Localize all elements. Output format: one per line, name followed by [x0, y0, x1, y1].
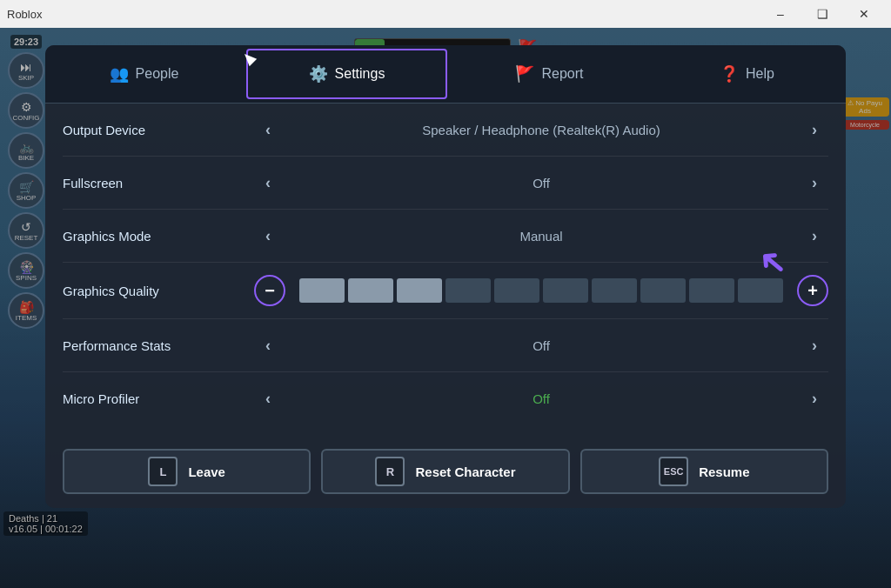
quality-seg-2: [348, 278, 393, 303]
graphics-quality-decrease[interactable]: −: [254, 275, 285, 306]
fullscreen-next[interactable]: ›: [801, 169, 828, 197]
graphics-mode-label: Graphics Mode: [63, 229, 254, 244]
tab-people[interactable]: 👥 People: [45, 45, 243, 103]
game-area: PROGRESS: 19% 🚩 29:23 ⏭ SKIP ⚙ CONFIG 🚲 …: [0, 28, 891, 588]
settings-modal: 👥 People ⚙️ Settings 🚩 Report ❓ Help: [45, 45, 846, 508]
reset-key-badge: R: [375, 457, 405, 486]
tab-settings[interactable]: ⚙️ Settings: [246, 49, 447, 99]
tabs-bar: 👥 People ⚙️ Settings 🚩 Report ❓ Help: [45, 45, 846, 104]
micro-profiler-label: Micro Profiler: [63, 391, 254, 406]
graphics-quality-label: Graphics Quality: [63, 284, 254, 298]
minimize-button[interactable]: –: [760, 0, 801, 28]
fullscreen-prev[interactable]: ‹: [254, 169, 282, 197]
performance-stats-next[interactable]: ›: [801, 331, 828, 359]
tab-report-label: Report: [541, 66, 583, 82]
help-icon: ❓: [720, 64, 739, 84]
titlebar: Roblox – ❑ ✕: [0, 0, 891, 28]
output-device-next[interactable]: ›: [801, 116, 828, 144]
graphics-mode-prev[interactable]: ‹: [254, 222, 282, 250]
app-title: Roblox: [7, 8, 42, 21]
graphics-mode-control: ‹ Manual ›: [254, 222, 828, 250]
leave-label: Leave: [188, 464, 225, 479]
performance-stats-control: ‹ Off ›: [254, 331, 828, 359]
performance-stats-value: Off: [296, 338, 787, 353]
output-device-value: Speaker / Headphone (Realtek(R) Audio): [296, 123, 787, 137]
quality-seg-5: [494, 278, 539, 303]
quality-seg-6: [543, 278, 588, 303]
settings-tab-icon: ⚙️: [309, 64, 328, 84]
tab-help-label: Help: [746, 66, 774, 82]
close-button[interactable]: ✕: [844, 0, 884, 28]
fullscreen-value: Off: [296, 176, 787, 190]
reset-character-label: Reset Character: [415, 464, 515, 479]
action-buttons: L Leave R Reset Character ESC Resume: [45, 438, 846, 508]
leave-key-badge: L: [148, 457, 178, 486]
output-device-prev[interactable]: ‹: [254, 116, 282, 144]
graphics-quality-control: −: [254, 275, 828, 306]
report-icon: 🚩: [515, 64, 534, 84]
tab-help[interactable]: ❓ Help: [648, 45, 846, 103]
graphics-mode-next[interactable]: ›: [801, 222, 828, 250]
graphics-quality-track: [299, 278, 783, 303]
leave-button[interactable]: L Leave: [63, 449, 311, 494]
output-device-control: ‹ Speaker / Headphone (Realtek(R) Audio)…: [254, 116, 828, 144]
main-window: Roblox – ❑ ✕ PROGRESS: 19% 🚩 29:23 ⏭ SKI…: [0, 0, 891, 588]
resume-label: Resume: [699, 464, 749, 479]
quality-seg-3: [397, 278, 442, 303]
setting-row-graphics-quality: Graphics Quality −: [63, 263, 828, 319]
setting-row-micro-profiler: Micro Profiler ‹ Off ›: [63, 372, 828, 424]
quality-seg-9: [689, 278, 734, 303]
titlebar-left: Roblox: [7, 8, 42, 21]
resume-button[interactable]: ESC Resume: [580, 449, 828, 494]
performance-stats-label: Performance Stats: [63, 338, 254, 353]
quality-seg-1: [299, 278, 345, 303]
reset-character-button[interactable]: R Reset Character: [321, 449, 569, 494]
quality-seg-7: [592, 278, 637, 303]
setting-row-fullscreen: Fullscreen ‹ Off ›: [63, 157, 828, 210]
tab-settings-label: Settings: [335, 66, 385, 82]
tab-people-label: People: [136, 66, 179, 82]
restore-button[interactable]: ❑: [802, 0, 842, 28]
micro-profiler-value: Off: [296, 391, 787, 406]
people-icon: 👥: [110, 64, 129, 84]
modal-overlay: 👥 People ⚙️ Settings 🚩 Report ❓ Help: [0, 28, 891, 588]
output-device-label: Output Device: [63, 123, 254, 137]
titlebar-controls: – ❑ ✕: [760, 0, 884, 28]
performance-stats-prev[interactable]: ‹: [254, 331, 282, 359]
graphics-quality-increase[interactable]: +: [797, 275, 828, 306]
tab-report[interactable]: 🚩 Report: [451, 45, 648, 103]
setting-row-graphics-mode: Graphics Mode ‹ Manual ›: [63, 210, 828, 263]
quality-seg-10: [738, 278, 783, 303]
resume-key-badge: ESC: [659, 457, 688, 486]
fullscreen-control: ‹ Off ›: [254, 169, 828, 197]
quality-seg-4: [446, 278, 491, 303]
settings-content: Output Device ‹ Speaker / Headphone (Rea…: [45, 104, 846, 438]
setting-row-output-device: Output Device ‹ Speaker / Headphone (Rea…: [63, 104, 828, 157]
quality-seg-8: [640, 278, 686, 303]
graphics-mode-value: Manual: [296, 229, 787, 244]
micro-profiler-next[interactable]: ›: [801, 384, 828, 412]
micro-profiler-control: ‹ Off ›: [254, 384, 828, 412]
micro-profiler-prev[interactable]: ‹: [254, 384, 282, 412]
setting-row-performance-stats: Performance Stats ‹ Off ›: [63, 319, 828, 372]
fullscreen-label: Fullscreen: [63, 176, 254, 190]
